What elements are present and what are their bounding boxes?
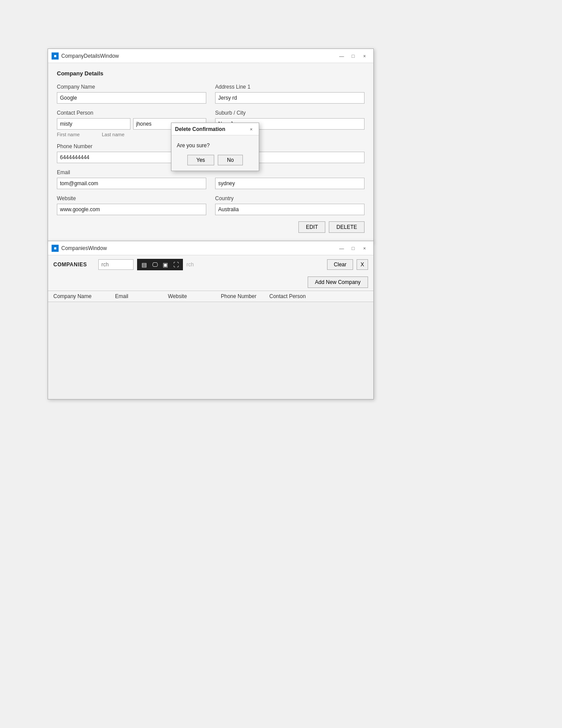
dialog-message: Are you sure? [177,142,253,149]
dialog-close-button[interactable]: × [247,125,255,133]
companies-maximize-button[interactable]: □ [348,244,358,253]
dialog-body: Are you sure? Yes No [171,135,259,171]
network-icon-button[interactable]: ⛶ [171,260,181,269]
monitor-icon-button[interactable]: 🖵 [149,260,160,269]
company-name-input[interactable] [57,92,206,104]
add-new-company-button[interactable]: Add New Company [308,276,368,288]
first-name-input[interactable] [57,118,130,130]
company-name-group: Company Name [57,84,206,104]
delete-dialog: Delete Confirmation × Are you sure? Yes … [171,123,259,171]
suburb-city-label: Suburb / City [215,110,365,116]
companies-minimize-button[interactable]: — [336,244,347,253]
box-icon: ▣ [163,261,168,268]
yes-button[interactable]: Yes [187,155,215,165]
grid-icon: ▤ [141,261,147,268]
x-button[interactable]: X [357,259,368,270]
website-input[interactable] [57,204,206,215]
col-phone: Phone Number [221,293,269,299]
website-group: Website [57,195,206,215]
search-suffix-text: rch [186,261,194,268]
monitor-icon: 🖵 [152,261,158,268]
last-name-label: Last name [102,132,124,137]
search-input[interactable] [98,259,134,270]
companies-window: ■ CompaniesWindow — □ × COMPANIES ▤ 🖵 ▣ [48,241,374,399]
app-icon: ■ [52,52,59,60]
close-button[interactable]: × [359,52,370,60]
col-website: Website [168,293,221,299]
companies-label: COMPANIES [53,261,93,268]
first-name-label: First name [57,132,80,137]
box-icon-button[interactable]: ▣ [160,260,171,269]
website-label: Website [57,195,206,202]
company-name-label: Company Name [57,84,206,90]
delete-button[interactable]: DELETE [329,221,365,233]
delete-dialog-overlay: Delete Confirmation × Are you sure? Yes … [171,123,259,171]
email2-group [215,169,365,189]
button-row: EDIT DELETE [57,221,365,233]
country-group: Country [215,195,365,215]
email-group: Email [57,169,206,189]
titlebar-left: ■ CompanyDetailsWindow [52,52,119,60]
add-company-row: Add New Company [48,274,373,291]
edit-button[interactable]: EDIT [298,221,325,233]
companies-titlebar-controls: — □ × [336,244,370,253]
section-title: Company Details [57,70,365,77]
dialog-buttons: Yes No [177,155,253,165]
titlebar-controls: — □ × [336,52,370,60]
dialog-title: Delete Confirmation [175,126,225,132]
address-line1-group: Address Line 1 [215,84,365,104]
companies-close-button[interactable]: × [359,244,370,253]
email-input[interactable] [57,178,206,189]
companies-titlebar: ■ CompaniesWindow — □ × [48,241,373,255]
email2-input[interactable] [215,178,365,189]
minimize-button[interactable]: — [336,52,347,60]
form-row-1: Company Name Address Line 1 [57,84,365,104]
table-body [48,302,373,399]
address-line1-input[interactable] [215,92,365,104]
grid-icon-button[interactable]: ▤ [139,260,149,269]
dialog-titlebar: Delete Confirmation × [171,123,259,135]
address-line1-label: Address Line 1 [215,84,365,90]
companies-titlebar-left: ■ CompaniesWindow [52,245,107,252]
col-company-name: Company Name [53,293,115,299]
network-icon: ⛶ [173,261,179,268]
companies-toolbar: COMPANIES ▤ 🖵 ▣ ⛶ rch Clear X [48,255,373,274]
col-contact-person: Contact Person [269,293,327,299]
country-label: Country [215,195,365,202]
table-header: Company Name Email Website Phone Number … [48,291,373,302]
country-input[interactable] [215,204,365,215]
companies-app-icon: ■ [52,245,59,252]
contact-person-label: Contact Person [57,110,206,116]
company-details-titlebar: ■ CompanyDetailsWindow — □ × [48,49,373,63]
col-email: Email [115,293,168,299]
companies-window-title: CompaniesWindow [61,245,107,251]
form-row-5: Website Country [57,195,365,215]
maximize-button[interactable]: □ [348,52,358,60]
toolbar-icons: ▤ 🖵 ▣ ⛶ [137,259,183,270]
form-row-4: Email [57,169,365,189]
no-button[interactable]: No [218,155,243,165]
window-title: CompanyDetailsWindow [61,53,119,59]
clear-button[interactable]: Clear [327,259,353,270]
